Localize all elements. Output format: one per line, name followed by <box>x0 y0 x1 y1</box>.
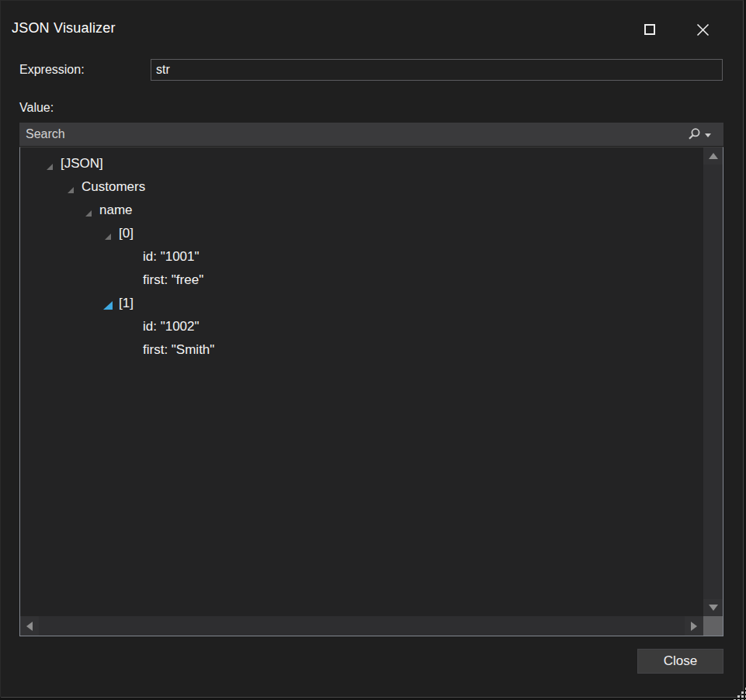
close-button[interactable]: Close <box>637 649 723 674</box>
expanded-triangle-icon <box>85 210 92 217</box>
tree-item-label: first: "Smith" <box>143 342 214 358</box>
expander-icon[interactable] <box>43 158 56 170</box>
resize-grip-icon[interactable] <box>734 688 736 690</box>
expander-icon[interactable] <box>102 227 114 240</box>
tree-item[interactable]: [JSON] <box>20 152 703 175</box>
tree-item[interactable]: [0] <box>20 222 703 245</box>
json-visualizer-window: JSON Visualizer Expression: Value: [JSON… <box>0 0 744 698</box>
tree-item-label: id: "1002" <box>143 319 200 334</box>
tree-item[interactable]: first: "free" <box>20 269 703 292</box>
tree: [JSON]Customersname[0]id: "1001"first: "… <box>20 147 703 616</box>
tree-item[interactable]: first: "Smith" <box>20 338 703 362</box>
expander-icon[interactable] <box>102 297 114 310</box>
json-tree-panel: [JSON]Customersname[0]id: "1001"first: "… <box>19 147 723 636</box>
scroll-right-button[interactable] <box>685 616 703 636</box>
scroll-left-button[interactable] <box>20 616 39 636</box>
scroll-down-button[interactable] <box>703 599 723 616</box>
expanded-triangle-icon <box>105 234 111 240</box>
search-input[interactable] <box>19 123 723 146</box>
expander-icon[interactable] <box>82 204 95 217</box>
tree-item-label: [0] <box>119 226 134 241</box>
window-title: JSON Visualizer <box>12 20 116 36</box>
tree-item-label: name <box>99 203 133 218</box>
titlebar-close-button[interactable] <box>688 15 717 44</box>
expression-label: Expression: <box>19 63 85 77</box>
tree-item[interactable]: [1] <box>20 292 703 315</box>
titlebar: JSON Visualizer <box>1 1 743 46</box>
tree-item-label: Customers <box>82 179 145 195</box>
tree-item[interactable]: Customers <box>20 175 703 199</box>
expanded-triangle-icon <box>103 301 113 310</box>
tree-item-label: [JSON] <box>61 156 103 172</box>
close-icon <box>696 23 710 36</box>
expanded-triangle-icon <box>68 187 74 193</box>
tree-item[interactable]: id: "1001" <box>20 245 703 269</box>
maximize-icon <box>644 24 655 35</box>
tree-item-label: id: "1001" <box>143 249 200 265</box>
search-box <box>19 123 723 146</box>
scroll-up-button[interactable] <box>703 147 723 165</box>
scroll-down-icon <box>709 605 718 611</box>
scrollbar-corner <box>703 616 723 636</box>
expanded-triangle-icon <box>47 164 53 170</box>
tree-item[interactable]: name <box>20 199 703 222</box>
search-button[interactable] <box>686 123 720 146</box>
search-dropdown-caret-icon <box>705 133 711 137</box>
tree-item[interactable]: id: "1002" <box>20 315 703 338</box>
horizontal-scrollbar[interactable] <box>20 616 703 636</box>
value-label: Value: <box>19 101 54 115</box>
vertical-scrollbar[interactable] <box>703 147 723 616</box>
tree-item-label: first: "free" <box>143 272 203 288</box>
expander-icon[interactable] <box>64 181 77 193</box>
scroll-right-icon <box>691 622 697 631</box>
expression-input[interactable] <box>151 59 723 81</box>
tree-item-label: [1] <box>119 296 134 311</box>
scroll-up-icon <box>709 153 718 159</box>
search-icon <box>686 127 701 142</box>
scroll-left-icon <box>26 622 33 631</box>
maximize-button[interactable] <box>635 15 664 44</box>
